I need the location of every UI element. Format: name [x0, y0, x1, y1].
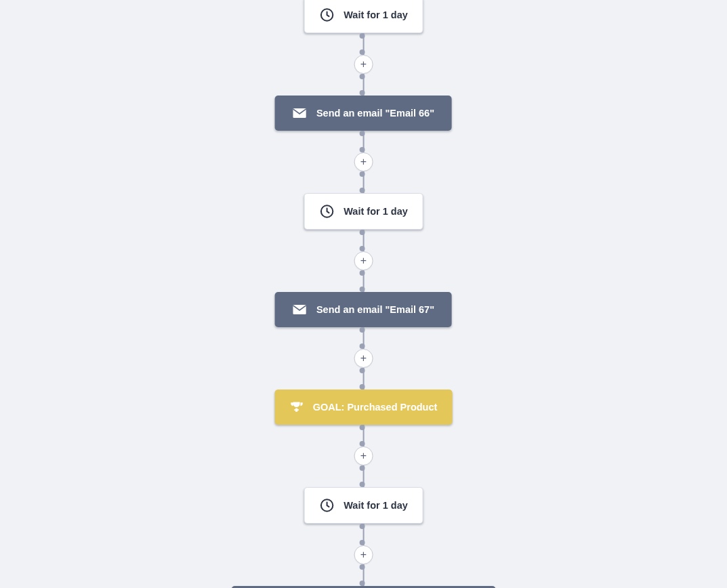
add-step-button[interactable]: +	[354, 349, 373, 368]
action-step-label: Send an email "Email 66"	[316, 108, 434, 119]
plus-icon: +	[360, 255, 367, 266]
plus-icon: +	[360, 156, 367, 167]
wait-step-label: Wait for 1 day	[344, 501, 408, 511]
connector	[362, 465, 364, 487]
add-step-button[interactable]: +	[354, 251, 373, 270]
action-step-label: Send an email "Email 67"	[316, 305, 434, 315]
wait-step-1[interactable]: Wait for 1 day	[304, 0, 423, 33]
connector	[362, 270, 364, 292]
connector	[362, 524, 364, 545]
clock-icon	[319, 498, 334, 513]
send-email-step-1[interactable]: Send an email "Email 66"	[275, 96, 452, 131]
wait-step-label: Wait for 1 day	[344, 207, 408, 217]
envelope-icon	[293, 108, 307, 119]
envelope-icon	[293, 304, 307, 315]
clock-icon	[319, 7, 334, 22]
wait-step-3[interactable]: Wait for 1 day	[304, 487, 423, 524]
clock-icon	[319, 204, 334, 219]
connector	[362, 230, 364, 251]
plus-icon: +	[360, 549, 367, 560]
connector	[362, 33, 364, 55]
connector	[362, 171, 364, 193]
connector	[362, 74, 364, 96]
plus-icon: +	[360, 59, 367, 70]
connector	[362, 425, 364, 446]
workflow-flow: Wait for 1 day + Send an email "Email 66…	[231, 0, 496, 588]
connector	[362, 368, 364, 390]
goal-step-label: GOAL: Purchased Product	[313, 402, 438, 413]
add-step-button[interactable]: +	[354, 152, 373, 171]
connector	[362, 327, 364, 349]
add-step-button[interactable]: +	[354, 545, 373, 564]
goal-step[interactable]: GOAL: Purchased Product	[275, 390, 453, 425]
plus-icon: +	[360, 353, 367, 364]
trophy-icon	[290, 400, 304, 414]
add-step-button[interactable]: +	[354, 55, 373, 74]
connector	[362, 131, 364, 152]
add-step-button[interactable]: +	[354, 446, 373, 465]
plus-icon: +	[360, 450, 367, 461]
send-email-step-2[interactable]: Send an email "Email 67"	[275, 292, 452, 327]
wait-step-label: Wait for 1 day	[344, 10, 408, 20]
workflow-canvas[interactable]: Wait for 1 day + Send an email "Email 66…	[0, 0, 727, 588]
connector	[362, 564, 364, 586]
wait-step-2[interactable]: Wait for 1 day	[304, 193, 423, 230]
